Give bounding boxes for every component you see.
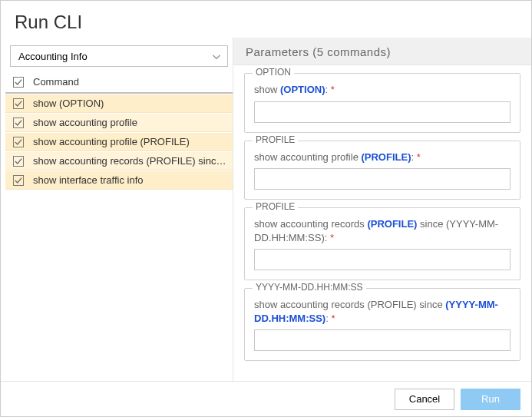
parameter-token: (PROFILE) — [361, 151, 411, 163]
row-label: show accounting profile (PROFILE) — [33, 136, 228, 147]
required-marker: * — [414, 151, 421, 163]
parameter-label: show accounting records (PROFILE) since … — [254, 298, 511, 325]
category-dropdown[interactable]: Accounting Info — [10, 45, 228, 67]
parameter-legend: PROFILE — [253, 134, 298, 145]
category-dropdown-button[interactable]: Accounting Info — [10, 45, 228, 67]
command-row[interactable]: show interface traffic info — [5, 170, 233, 190]
parameter-input[interactable] — [254, 101, 511, 123]
dialog-footer: Cancel Run — [1, 381, 531, 416]
command-row[interactable]: show (OPTION) — [5, 94, 233, 113]
row-label: show (OPTION) — [33, 98, 228, 109]
parameter-label-prefix: show — [254, 84, 280, 95]
required-marker: * — [329, 313, 335, 324]
parameter-label: show (OPTION): * — [254, 83, 511, 97]
command-row[interactable]: show accounting profile (PROFILE) — [5, 132, 233, 151]
dialog-header: Run CLI — [1, 1, 531, 38]
row-label: show accounting records (PROFILE) sinc… — [33, 155, 228, 167]
run-button[interactable]: Run — [461, 389, 520, 410]
command-rows: show (OPTION)show accounting profileshow… — [5, 94, 233, 381]
parameter-legend: YYYY-MM-DD.HH:MM:SS — [253, 282, 366, 293]
parameter-label: show accounting records (PROFILE) since … — [254, 217, 511, 244]
left-pane: Accounting Info Command show (OPTION)sho… — [5, 38, 233, 381]
parameter-fieldset: OPTIONshow (OPTION): * — [244, 73, 520, 133]
parameter-label: show accounting profile (PROFILE): * — [254, 151, 511, 164]
parameter-legend: PROFILE — [253, 201, 298, 212]
parameter-token: (PROFILE) — [367, 218, 417, 230]
row-checkbox[interactable] — [13, 137, 24, 147]
column-command-header: Command — [33, 76, 79, 88]
parameters-heading: Parameters (5 commands) — [233, 38, 531, 65]
parameter-label-prefix: show accounting records — [254, 218, 367, 230]
parameter-input[interactable] — [254, 249, 511, 270]
row-label: show accounting profile — [33, 117, 228, 128]
row-label: show interface traffic info — [33, 174, 228, 186]
row-checkbox[interactable] — [13, 156, 24, 167]
select-all-checkbox[interactable] — [13, 77, 24, 88]
category-dropdown-value: Accounting Info — [18, 51, 88, 62]
command-row[interactable]: show accounting profile — [5, 113, 233, 132]
parameters-body: OPTIONshow (OPTION): *PROFILEshow accoun… — [233, 65, 531, 381]
parameter-label-prefix: show accounting records (PROFILE) since — [254, 299, 445, 310]
parameter-fieldset: PROFILEshow accounting profile (PROFILE)… — [244, 141, 520, 200]
parameter-token: (OPTION) — [280, 84, 325, 95]
row-checkbox[interactable] — [13, 175, 24, 186]
parameter-input[interactable] — [254, 168, 511, 190]
command-row[interactable]: show accounting records (PROFILE) sinc… — [5, 151, 233, 170]
required-marker: * — [328, 84, 335, 95]
dialog-title: Run CLI — [15, 12, 517, 33]
parameter-label-prefix: show accounting profile — [254, 151, 361, 163]
required-marker: * — [327, 232, 334, 243]
parameter-fieldset: PROFILEshow accounting records (PROFILE)… — [244, 207, 520, 280]
parameter-input[interactable] — [254, 329, 511, 351]
cancel-button[interactable]: Cancel — [395, 389, 454, 410]
run-cli-dialog: Run CLI Accounting Info Command show — [0, 0, 532, 417]
parameter-legend: OPTION — [253, 67, 294, 78]
row-checkbox[interactable] — [13, 117, 24, 128]
right-pane: Parameters (5 commands) OPTIONshow (OPTI… — [233, 38, 531, 381]
parameter-fieldset: YYYY-MM-DD.HH:MM:SSshow accounting recor… — [244, 288, 520, 361]
row-checkbox[interactable] — [13, 98, 24, 109]
command-table-header: Command — [5, 71, 233, 94]
dialog-body: Accounting Info Command show (OPTION)sho… — [1, 38, 531, 381]
